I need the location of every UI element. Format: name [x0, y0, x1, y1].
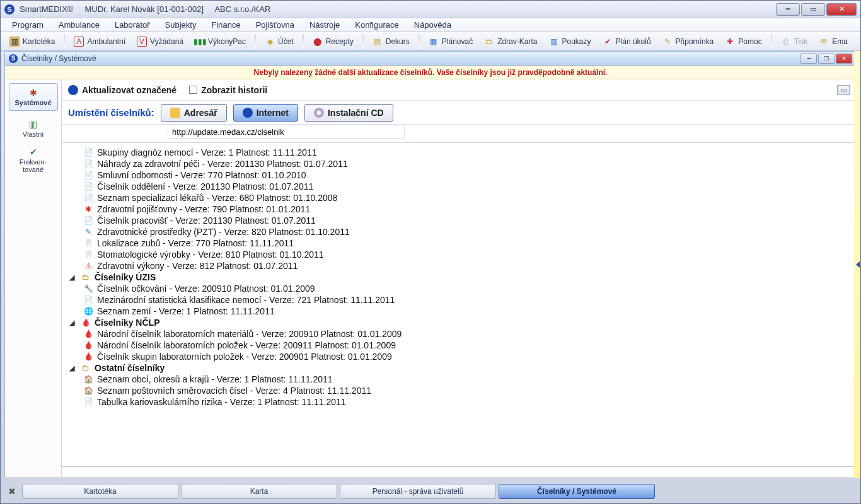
tb-email[interactable]: ✉Ema — [814, 33, 853, 50]
list-item[interactable]: 🔧 Číselník očkování - Verze: 200910 Plat… — [64, 283, 853, 294]
tb-pomoc[interactable]: ✚Pomoc — [720, 33, 766, 50]
separator — [362, 35, 364, 49]
list-item[interactable]: 📄 Seznam specializací lékařů - Verze: 68… — [64, 192, 853, 203]
tree-group[interactable]: ◢ 🗀 Ostatní číselníky — [64, 362, 853, 374]
menu-finance[interactable]: Finance — [205, 19, 246, 31]
sheet-icon: ▤ — [373, 37, 383, 47]
menu-nastroje[interactable]: Nástroje — [303, 19, 346, 31]
list-item[interactable]: 🩸 Národní číselník laboratorních materiá… — [64, 328, 853, 340]
list-item[interactable]: 📄 Číselník oddělení - Verze: 201130 Plat… — [64, 181, 853, 192]
child-icon: S — [9, 54, 18, 63]
taskbar: ✖ Kartotéka Karta Personál - správa uživ… — [4, 482, 857, 501]
tb-ucet[interactable]: ◆Účet — [260, 33, 299, 50]
list-item[interactable]: ✱ Zdravotní pojišťovny - Verze: 790 Plat… — [64, 203, 853, 215]
url-bar — [62, 125, 856, 142]
pin-icon: ✎ — [662, 37, 673, 47]
globe-icon — [243, 108, 253, 118]
tb-pripominka[interactable]: ✎Připomínka — [657, 33, 719, 50]
tb-ambulantni[interactable]: AAmbulantní — [69, 33, 130, 50]
list-item-label: Národní číselník laboratorních materiálů… — [97, 329, 402, 339]
list-item[interactable]: ⚠ Zdravotní výkony - Verze: 812 Platnost… — [64, 260, 853, 272]
task-kartoteka[interactable]: Kartotéka — [22, 484, 178, 499]
tb-planukolu[interactable]: ✔Plán úkolů — [598, 33, 656, 50]
list-item[interactable]: 📄 Tabulka kariovaskulárního rizika - Ver… — [64, 396, 853, 408]
list-item-label: Číselník oddělení - Verze: 201130 Platno… — [97, 181, 313, 192]
cat-systemove[interactable]: ✱ Systémové — [9, 83, 58, 111]
show-history-checkbox[interactable]: Zobrazit historii — [189, 85, 267, 95]
codebook-tree[interactable]: 📄 Skupiny diagnóz nemocí - Verze: 1 Plat… — [62, 143, 856, 466]
task-personal[interactable]: Personál - správa uživatelů — [340, 484, 496, 499]
maximize-button[interactable]: ▭ — [801, 3, 825, 16]
loc-cd-label: Instalační CD — [328, 108, 384, 118]
app-title: SmartMEDIX® MUDr. Karel Novák [01-001-00… — [20, 4, 270, 14]
cat-frekventovane[interactable]: ✔ Frekven- tované — [9, 146, 58, 174]
tb-recepty[interactable]: ⬤Recepty — [308, 33, 359, 50]
list-item[interactable]: 🏠 Seznam obcí, okresů a krajů - Verze: 1… — [64, 374, 853, 385]
blood-icon: 🩸 — [81, 318, 91, 328]
folder-icon — [170, 108, 180, 118]
menu-program[interactable]: Program — [6, 19, 50, 31]
mail-icon: ✉ — [819, 37, 829, 47]
menu-konfigurace[interactable]: Konfigurace — [349, 19, 405, 31]
child-restore-button[interactable]: ❐ — [818, 54, 835, 64]
tb-dekurs[interactable]: ▤Dekurs — [367, 33, 415, 50]
loc-cd-button[interactable]: Instalační CD — [304, 104, 393, 122]
menu-laborator[interactable]: Laboratoř — [108, 19, 156, 31]
menu-ambulance[interactable]: Ambulance — [52, 19, 106, 31]
location-bar: Umístění číselníků: Adresář Internet Ins… — [62, 101, 856, 125]
menu-pojistovna[interactable]: Pojišťovna — [250, 19, 301, 31]
list-item[interactable]: 🏠 Seznam poštovních směrovacích čísel - … — [64, 385, 853, 396]
tree-group[interactable]: ◢ 🩸 Číselníky NČLP — [64, 317, 853, 328]
folder-icon: 🗀 — [484, 37, 494, 47]
list-item-label: Mezinárodní statistická klasifikace nemo… — [97, 295, 395, 305]
show-history-label: Zobrazit historii — [201, 85, 267, 95]
list-item[interactable]: 🌐 Seznam zemí - Verze: 1 Platnost: 11.11… — [64, 306, 853, 317]
pin-icon[interactable]: ✖ — [4, 484, 20, 499]
list-item[interactable]: ✎ Zdravotnické prostředky (PZT) - Verze:… — [64, 226, 853, 238]
list-item[interactable]: 🦷 Lokalizace zubů - Verze: 770 Platnost:… — [64, 238, 853, 249]
tb-vyzadana[interactable]: VVyžádaná — [132, 33, 188, 50]
freq-icon: ✔ — [30, 147, 37, 157]
help-icon: ✚ — [725, 37, 735, 47]
list-item[interactable]: 📄 Náhrady za zdravotní péči - Verze: 201… — [64, 158, 853, 169]
list-item-label: Seznam specializací lékařů - Verze: 680 … — [97, 193, 337, 203]
update-selected-button[interactable]: Aktualizovat označené — [68, 85, 176, 95]
tb-kartoteka[interactable]: ▥Kartotéka — [4, 33, 60, 50]
tb-planovac[interactable]: ▦Plánovač — [424, 33, 478, 50]
loc-internet-button[interactable]: Internet — [233, 104, 298, 122]
chevron-left-icon — [856, 261, 860, 268]
list-item-label: Lokalizace zubů - Verze: 770 Platnost: 1… — [97, 238, 294, 248]
task-ciselniky[interactable]: Číselníky / Systémové — [499, 484, 655, 499]
list-item[interactable]: 📄 Mezinárodní statistická klasifikace ne… — [64, 294, 853, 306]
doc-icon: ▥ — [549, 37, 559, 47]
list-item[interactable]: 📄 Číselník pracovišť - Verze: 201130 Pla… — [64, 215, 853, 226]
separator — [64, 35, 65, 49]
doc-icon: 📄 — [83, 181, 93, 192]
tb-poukazy[interactable]: ▥Poukazy — [544, 33, 596, 50]
list-item[interactable]: 🦷 Stomatologické výrobky - Verze: 810 Pl… — [64, 249, 853, 260]
menu-subjekty[interactable]: Subjekty — [159, 19, 203, 31]
cat-vlastni[interactable]: ▥ Vlastní — [9, 115, 58, 142]
list-item[interactable]: 🩸 Číselník skupin laboratorních položek … — [64, 351, 853, 362]
letter-v-icon: V — [137, 37, 147, 47]
panel-toggle-button[interactable]: ▭ — [837, 85, 850, 95]
separator — [771, 35, 772, 49]
list-item[interactable]: 📄 Skupiny diagnóz nemocí - Verze: 1 Plat… — [64, 147, 853, 158]
tree-group-label: Číselníky ÚZIS — [95, 272, 156, 282]
tb-zdravkarta[interactable]: 🗀Zdrav-Karta — [479, 33, 542, 50]
child-minimize-button[interactable]: ━ — [800, 54, 817, 64]
child-close-button[interactable]: ✕ — [836, 54, 852, 64]
toolbar: ▥Kartotéka AAmbulantní VVyžádaná ▮▮▮Výko… — [1, 32, 860, 51]
list-item[interactable]: 📄 Smluvní odbornosti - Verze: 770 Platno… — [64, 169, 853, 181]
menu-napoveda[interactable]: Nápověda — [408, 19, 458, 31]
minimize-button[interactable]: ━ — [776, 3, 800, 16]
tree-group[interactable]: ◢ 🗀 Číselníky ÚZIS — [64, 272, 853, 283]
list-item[interactable]: 🩸 Národní číselník laboratorních položek… — [64, 340, 853, 351]
url-input[interactable] — [168, 125, 405, 139]
task-karta[interactable]: Karta — [181, 484, 337, 499]
loc-adresar-button[interactable]: Adresář — [161, 104, 227, 122]
tb-vykony[interactable]: ▮▮▮VýkonyPac — [190, 33, 251, 50]
doc-icon: 📄 — [83, 215, 93, 226]
close-button[interactable]: ✕ — [826, 3, 857, 16]
right-collapse-strip[interactable] — [854, 51, 860, 478]
